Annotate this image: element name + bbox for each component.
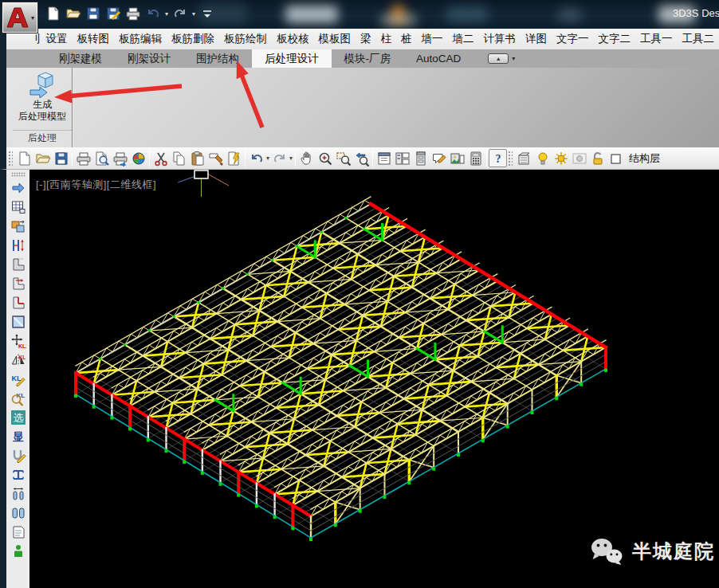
menu-item[interactable]: 工具一 [640, 32, 673, 46]
menu-item[interactable]: 设置 [46, 32, 68, 46]
ribbon-tab-4[interactable]: 后处理设计 [252, 49, 332, 68]
menu-item[interactable]: 板筋编辑 [119, 32, 162, 46]
new-button[interactable] [45, 5, 62, 22]
svg-text:?: ? [495, 153, 501, 165]
window-pane-button[interactable] [8, 312, 28, 331]
search-kl-button[interactable]: KL [8, 389, 28, 408]
slab-grid-button[interactable] [8, 198, 28, 217]
publish-button[interactable] [111, 149, 129, 168]
zoom-window-button[interactable] [334, 149, 352, 168]
corner-shape-button[interactable] [8, 255, 28, 274]
layer-thaw-sun-button[interactable] [552, 149, 570, 168]
undo-button[interactable] [144, 5, 162, 22]
menu-item[interactable]: 工具二 [682, 32, 715, 46]
save-as-button[interactable] [104, 5, 122, 22]
plot-button[interactable] [74, 149, 92, 168]
ribbon-minimize-caret[interactable]: ▾ [512, 55, 515, 62]
svg-text:KL2: KL2 [18, 343, 26, 349]
sheetset-manager-button[interactable] [375, 149, 393, 168]
ribbon-minimize-button[interactable]: ▲ [488, 53, 509, 64]
generate-postprocess-model-button[interactable]: 生成 后处理模型 [18, 70, 66, 123]
markup-manager-button[interactable] [430, 149, 448, 168]
ribbon-tab-1[interactable]: 刚架建模 [46, 49, 115, 68]
arrow-right-tool-button[interactable] [8, 178, 28, 198]
toolbar-grip[interactable] [11, 172, 26, 177]
undo-dropdown-caret[interactable]: ▾ [266, 155, 269, 162]
render-tools-button[interactable] [448, 149, 466, 168]
qat-customize-button[interactable] [198, 5, 216, 22]
menu-item[interactable]: 墙一 [422, 32, 443, 46]
open-button[interactable] [65, 5, 82, 22]
application-window: ▾▾ 3D3S Des ▾ 刂 设置板转图板筋编辑板筋删除板筋绘制板校核模板图梁… [0, 0, 719, 588]
toolbar-grip[interactable] [508, 151, 513, 167]
menu-item[interactable]: 文字一 [556, 32, 589, 46]
column-pair-button[interactable] [8, 504, 28, 523]
cut-button[interactable] [151, 149, 170, 168]
menu-item[interactable]: 文字二 [599, 32, 631, 46]
menu-item[interactable]: 计算书 [484, 32, 517, 46]
menu-item[interactable]: 墙二 [453, 32, 474, 46]
match-properties-button[interactable] [206, 149, 225, 168]
select-cn-button[interactable]: 选 [8, 408, 28, 427]
menu-item[interactable]: 详图 [525, 32, 547, 46]
drawing-viewport[interactable]: [-][西南等轴测][二维线框] 半城庭院 [29, 170, 719, 588]
layer-vp-freeze-button[interactable] [570, 149, 588, 168]
redo-dropdown-caret[interactable]: ▾ [192, 10, 195, 18]
move-kl-button[interactable]: KL2 [8, 331, 28, 351]
beam-h-button[interactable] [8, 465, 28, 484]
menu-item[interactable]: 梁 [360, 32, 371, 46]
edit-kl-button[interactable]: KL [8, 370, 28, 389]
redo-dropdown-caret[interactable]: ▾ [289, 155, 293, 162]
save-button[interactable] [84, 5, 102, 22]
tool-palettes-button[interactable] [411, 149, 430, 168]
corner-red-button[interactable] [8, 293, 28, 312]
mirror-kl-button[interactable]: KL [8, 351, 28, 370]
undo-dropdown-caret[interactable]: ▾ [165, 10, 168, 18]
dim-red-button[interactable] [8, 274, 28, 293]
slab-panel-button[interactable] [8, 217, 28, 236]
person-green-button[interactable] [8, 542, 28, 561]
ribbon-tab-6[interactable]: AutoCAD [403, 49, 473, 68]
doc-scroll-button[interactable] [8, 523, 28, 542]
toolbar-grip[interactable] [8, 151, 13, 167]
beam-pair-button[interactable] [8, 484, 28, 504]
redo-button[interactable] [270, 149, 289, 168]
layer-on-bulb-button[interactable] [533, 149, 552, 168]
layer-unlock-button[interactable] [588, 149, 607, 168]
quickcalc-button[interactable] [466, 149, 485, 168]
svg-text:显: 显 [12, 431, 24, 443]
menu-item[interactable]: 板校核 [277, 32, 309, 46]
menu-item[interactable]: 板筋绘制 [224, 32, 267, 46]
ribbon-tab-3[interactable]: 围护结构 [183, 49, 252, 68]
open-button[interactable] [33, 149, 52, 168]
undo-button[interactable] [247, 149, 265, 168]
block-editor-button[interactable] [225, 149, 243, 168]
menu-item[interactable]: 柱 [381, 32, 392, 46]
pan-button[interactable] [297, 149, 316, 168]
menu-item[interactable]: 板转图 [77, 32, 110, 46]
edit-u-button[interactable] [8, 446, 28, 465]
redo-button[interactable] [171, 5, 189, 22]
app-menu-button[interactable]: ▾ [2, 2, 38, 33]
dwf-button[interactable] [129, 149, 147, 168]
ribbon-tab-5[interactable]: 模块-厂房 [332, 49, 404, 68]
dim-height-button[interactable] [8, 236, 28, 255]
zoom-realtime-button[interactable] [316, 149, 334, 168]
new-button[interactable] [15, 149, 33, 168]
save-button[interactable] [52, 149, 70, 168]
layer-color-swatch-button[interactable] [607, 149, 625, 168]
zoom-previous-button[interactable] [352, 149, 371, 168]
plot-preview-button[interactable] [92, 149, 111, 168]
menu-item[interactable]: 模板图 [319, 32, 352, 46]
paste-button[interactable] [188, 149, 206, 168]
ribbon-tab-2[interactable]: 刚架设计 [115, 49, 183, 68]
viewport-controls-label[interactable]: [-][西南等轴测][二维线框] [36, 178, 156, 192]
designcenter-button[interactable] [393, 149, 411, 168]
plot-button[interactable] [124, 5, 142, 22]
layer-properties-button[interactable] [515, 149, 533, 168]
menu-item[interactable]: 桩 [401, 32, 412, 46]
display-cn-button[interactable]: 显 [8, 427, 28, 446]
menu-item[interactable]: 板筋删除 [171, 32, 214, 46]
copy-button[interactable] [170, 149, 188, 168]
help-button[interactable]: ? [489, 149, 507, 167]
